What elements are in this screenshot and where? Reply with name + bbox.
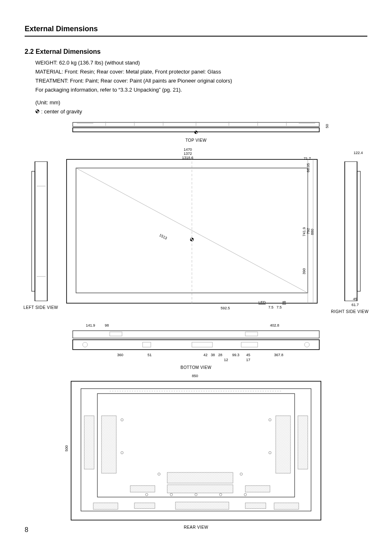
svg-rect-27 — [73, 340, 319, 350]
bottom-view-caption: BOTTOM VIEW — [25, 365, 367, 370]
top-view-block: 50 TOP VIEW — [25, 120, 367, 143]
dim-br-a: 360 — [117, 353, 123, 357]
svg-rect-32 — [245, 332, 258, 336]
page-header-title: External Dimensions — [25, 25, 367, 33]
intro-block: WEIGHT: 62.0 kg (136.7 lbs) (without sta… — [35, 59, 367, 116]
svg-point-57 — [170, 493, 173, 496]
svg-point-54 — [158, 473, 160, 475]
svg-point-33 — [83, 342, 88, 347]
svg-rect-31 — [241, 342, 258, 347]
material-line: MATERIAL: Front: Resin; Rear cover: Meta… — [35, 68, 367, 76]
dim-bottom-center: 592.5 — [221, 306, 230, 310]
dim-ledir-b: 7.5 — [277, 305, 282, 309]
dim-w1: 1470 — [184, 147, 192, 152]
svg-rect-42 — [276, 416, 291, 473]
dim-br-h: 367.8 — [274, 353, 284, 357]
svg-rect-18 — [357, 171, 360, 291]
center-of-gravity-line: : center of gravity — [35, 108, 367, 116]
dim-right-bottom-b: 61.7 — [351, 303, 359, 307]
svg-rect-45 — [167, 472, 233, 483]
dim-br-g: 45 — [246, 353, 250, 357]
svg-rect-52 — [175, 502, 229, 509]
svg-rect-30 — [192, 342, 212, 347]
center-of-gravity-text: : center of gravity — [41, 108, 82, 116]
dim-right-top: 122.4 — [353, 151, 363, 155]
svg-point-34 — [304, 342, 309, 347]
svg-rect-47 — [130, 486, 155, 492]
svg-point-55 — [240, 473, 242, 475]
dim-bsub-a: 12 — [224, 358, 228, 362]
svg-point-63 — [121, 451, 123, 454]
top-view-svg — [69, 120, 323, 138]
dim-br-c: 42 — [203, 353, 208, 357]
dim-br-d: 38 — [211, 353, 215, 357]
top-view-caption: TOP VIEW — [25, 138, 367, 143]
dim-rear-h: 500 — [65, 445, 69, 451]
dim-ledir-a: 7.5 — [268, 305, 274, 309]
left-side-caption: LEFT SIDE VIEW — [23, 305, 58, 310]
svg-point-61 — [121, 419, 123, 421]
svg-rect-53 — [245, 503, 266, 509]
left-side-svg — [28, 161, 52, 301]
svg-rect-48 — [245, 486, 270, 492]
svg-rect-46 — [167, 485, 233, 493]
svg-rect-44 — [298, 416, 308, 469]
svg-rect-14 — [32, 171, 35, 291]
svg-rect-51 — [134, 503, 155, 509]
label-led: LED — [258, 300, 266, 304]
dim-w2: 1372 — [184, 152, 192, 156]
dim-top-depth: 50 — [325, 124, 329, 128]
svg-rect-50 — [274, 503, 299, 509]
dim-fr-b: 66.05 — [306, 163, 310, 173]
center-of-gravity-icon — [35, 108, 39, 116]
svg-rect-49 — [93, 503, 118, 509]
treatment-line: TREATMENT: Front: Paint; Rear cover: Pai… — [35, 77, 367, 85]
dim-lower-h: 390 — [302, 268, 306, 274]
svg-point-64 — [269, 451, 271, 454]
dim-br: 402.8 — [270, 323, 279, 327]
weight-line: WEIGHT: 62.0 kg (136.7 lbs) (without sta… — [35, 59, 367, 67]
dim-br-e: 28 — [218, 353, 222, 357]
svg-rect-13 — [35, 161, 47, 301]
front-view-svg — [65, 157, 319, 305]
right-side-caption: RIGHT SIDE VIEW — [331, 309, 369, 314]
svg-point-60 — [244, 493, 247, 496]
dim-bl-b: 98 — [105, 323, 109, 327]
section-title: 2.2 External Dimensions — [25, 48, 367, 55]
label-ir: IR — [282, 300, 286, 304]
svg-point-59 — [219, 493, 222, 496]
dim-w3: 1318.6 — [182, 156, 194, 160]
dim-br-f: 99.3 — [232, 353, 240, 357]
dim-h2: 792 — [306, 228, 310, 234]
dim-fr-a: 71.7 — [304, 157, 311, 161]
svg-rect-29 — [143, 342, 151, 347]
rear-view-svg — [69, 379, 323, 523]
svg-rect-43 — [84, 416, 94, 469]
dim-h3: 880 — [310, 229, 314, 235]
page-number: 8 — [25, 526, 28, 534]
unit-line: (Unit: mm) — [35, 99, 367, 107]
dim-bsub-b: 17 — [246, 358, 250, 362]
bottom-view-svg — [69, 329, 323, 352]
dim-bl-a: 141.9 — [86, 323, 95, 327]
svg-point-62 — [269, 419, 271, 421]
svg-point-56 — [145, 493, 148, 496]
svg-rect-41 — [101, 416, 116, 473]
dim-rear-w: 850 — [192, 374, 198, 378]
dim-h1: 741.9 — [302, 227, 306, 237]
dim-br-b: 51 — [148, 353, 152, 357]
rear-view-caption: REAR VIEW — [25, 525, 367, 530]
svg-rect-17 — [345, 161, 357, 301]
packaging-ref-line: For packaging information, refer to “3.3… — [35, 86, 367, 94]
right-side-svg — [340, 161, 364, 301]
header-rule — [25, 36, 367, 37]
dim-right-bottom-a: 45 — [353, 297, 357, 301]
svg-rect-28 — [110, 332, 122, 336]
svg-point-58 — [195, 493, 197, 496]
